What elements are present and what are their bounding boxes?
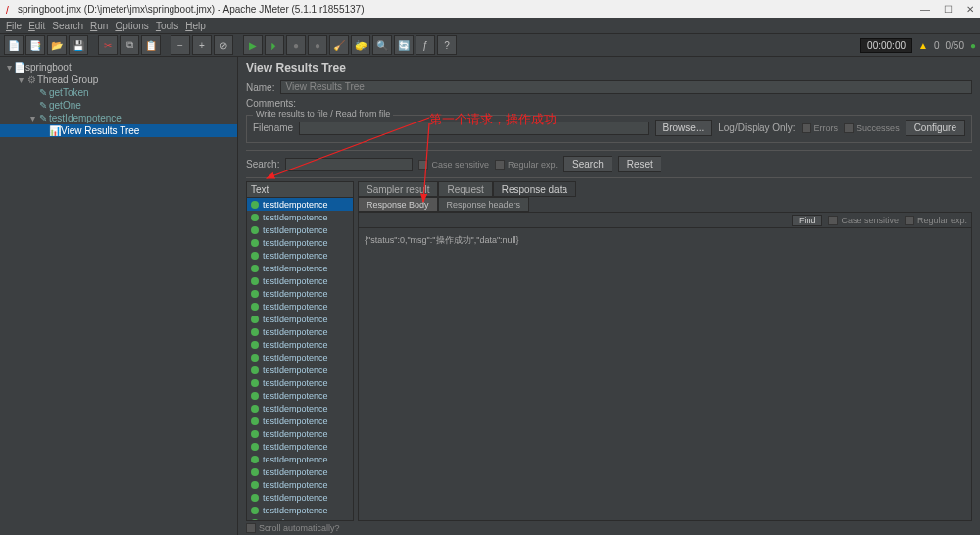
result-row[interactable]: testIdempotence [247,491,353,504]
warning-count: 0 [934,40,940,51]
close-button[interactable]: ✕ [966,4,974,15]
reset-search-icon[interactable]: 🔄 [394,35,414,55]
result-row[interactable]: testIdempotence [247,376,353,389]
menu-search[interactable]: Search [50,21,85,31]
result-row[interactable]: testIdempotence [247,478,353,491]
cut-icon[interactable]: ✂ [98,35,118,55]
search-button[interactable]: Search [564,156,612,172]
result-row[interactable]: testIdempotence [247,313,353,325]
menu-help[interactable]: Help [183,21,208,31]
name-input[interactable]: View Results Tree [280,80,972,94]
tree-label: Thread Group [37,74,98,85]
reset-button[interactable]: Reset [618,156,662,172]
tree-sampler[interactable]: ✎ getToken [0,86,237,99]
result-row[interactable]: testIdempotence [247,300,353,313]
tab-request[interactable]: Request [438,181,492,197]
start-icon[interactable]: ▶ [243,35,263,55]
help-icon[interactable]: ? [437,35,457,55]
app-icon: / [6,5,14,13]
clear-icon[interactable]: 🧹 [329,35,349,55]
browse-button[interactable]: Browse... [655,120,713,136]
filename-input[interactable] [299,122,648,135]
tree-sampler[interactable]: ▾✎ testIdempotence [0,112,237,124]
comments-label: Comments: [246,98,296,109]
tree-root[interactable]: ▾📄 springboot [0,61,237,73]
panel-title: View Results Tree [238,57,980,78]
tree-label: getToken [49,87,89,98]
search-icon[interactable]: 🔍 [372,35,392,55]
result-row[interactable]: testIdempotence [247,325,353,338]
result-row[interactable]: testIdempotence [247,402,353,414]
subtab-response-headers[interactable]: Response headers [438,197,530,212]
successes-checkbox[interactable]: Successes [844,123,900,133]
result-row[interactable]: testIdempotence [247,274,353,287]
collapse-icon[interactable]: + [192,35,212,55]
function-helper-icon[interactable]: ƒ [416,35,435,55]
errors-checkbox[interactable]: Errors [802,123,839,133]
result-row[interactable]: testIdempotence [247,338,353,351]
paste-icon[interactable]: 📋 [141,35,161,55]
result-row[interactable]: testIdempotence [247,364,353,376]
shutdown-icon[interactable]: ● [308,35,327,55]
result-row[interactable]: testIdempotence [247,414,353,427]
toggle-icon[interactable]: ⊘ [214,35,233,55]
menu-run[interactable]: Run [88,21,110,31]
menu-tools[interactable]: Tools [154,21,180,31]
result-row[interactable]: testIdempotence [247,223,353,236]
result-row[interactable]: testIdempotence [247,440,353,453]
search-input[interactable] [285,158,413,171]
start-no-timers-icon[interactable]: ⏵ [265,35,284,55]
subtab-response-body[interactable]: Response Body [358,197,438,212]
copy-icon[interactable]: ⧉ [120,35,139,55]
result-row[interactable]: testIdempotence [247,465,353,478]
test-plan-tree[interactable]: ▾📄 springboot ▾⚙ Thread Group ✎ getToken… [0,57,238,535]
tree-sampler[interactable]: ✎ getOne [0,99,237,112]
stop-icon[interactable]: ● [286,35,306,55]
menu-file[interactable]: File [4,21,24,31]
result-row[interactable]: testIdempotence [247,287,353,300]
name-label: Name: [246,82,274,93]
maximize-button[interactable]: ☐ [944,4,953,15]
warning-icon: ▲ [918,40,928,51]
case-sensitive-checkbox[interactable]: Case sensitive [418,160,489,170]
elapsed-timer: 00:00:00 [860,38,912,53]
result-row[interactable]: testIdempotence [247,453,353,465]
tab-sampler-result[interactable]: Sampler result [358,181,438,197]
clear-all-icon[interactable]: 🧽 [351,35,370,55]
result-row[interactable]: testIdempotence [247,427,353,440]
expand-icon[interactable]: − [171,35,190,55]
resp-regex[interactable]: Regular exp. [905,216,967,225]
regex-checkbox[interactable]: Regular exp. [495,160,558,170]
configure-button[interactable]: Configure [906,120,965,136]
result-row[interactable]: testIdempotence [247,249,353,262]
toolbar: 📄 📑 📂 💾 ✂ ⧉ 📋 − + ⊘ ▶ ⏵ ● ● 🧹 🧽 🔍 🔄 ƒ ? … [0,33,980,57]
tab-response-data[interactable]: Response data [493,181,576,197]
results-list[interactable]: Text testIdempotencetestIdempotencetestI… [246,181,354,521]
response-body-text[interactable]: {"status":0,"msg":"操作成功","data":null} [359,228,971,520]
result-row[interactable]: testIdempotence [247,504,353,516]
scroll-auto-checkbox[interactable]: Scroll automatically? [246,523,340,533]
result-row[interactable]: testIdempotence [247,211,353,223]
result-row[interactable]: testIdempotence [247,389,353,402]
tree-label: View Results Tree [61,125,139,136]
result-row[interactable]: testIdempotence [247,351,353,364]
find-button[interactable]: Find [792,215,823,226]
status-icon: ● [970,40,976,51]
search-label: Search: [246,159,279,170]
tree-thread-group[interactable]: ▾⚙ Thread Group [0,73,237,86]
window-titlebar: / springboot.jmx (D:\jmeter\jmx\springbo… [0,0,980,18]
result-row[interactable]: testIdempotence [247,516,353,520]
tree-listener[interactable]: 📊 View Results Tree [0,124,237,137]
result-row[interactable]: testIdempotence [247,198,353,211]
result-row[interactable]: testIdempotence [247,262,353,274]
new-icon[interactable]: 📄 [4,35,24,55]
resp-case-sensitive[interactable]: Case sensitive [828,216,899,225]
minimize-button[interactable]: — [920,4,930,15]
logdisplay-label: Log/Display Only: [718,122,795,133]
templates-icon[interactable]: 📑 [25,35,45,55]
menu-edit[interactable]: Edit [26,21,47,31]
open-icon[interactable]: 📂 [47,35,67,55]
menu-options[interactable]: Options [113,21,150,31]
save-icon[interactable]: 💾 [69,35,88,55]
result-row[interactable]: testIdempotence [247,236,353,249]
